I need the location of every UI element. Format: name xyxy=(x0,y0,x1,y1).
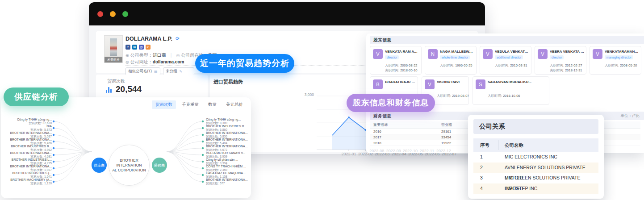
join-date: 入职时间: 1996-05-25 xyxy=(440,63,473,68)
supply-chain-panel: 贸易次数千克重量数量美元总价 Công ty TNHH công ng...贸易… xyxy=(1,97,251,198)
graph-item-trades: 贸易次数: 5,466 xyxy=(1,142,52,145)
graph-list-item[interactable]: Công ty cổ phần sản ...贸易次数: 3,394 xyxy=(206,158,251,165)
graph-list-item[interactable]: N/A贸易次数: 5,873 xyxy=(1,125,52,132)
shareholder-card: VVEERA VENKATA SATYA...director入职时间: 201… xyxy=(535,46,586,75)
graph-item-trades: 贸易次数: 1,541 xyxy=(1,175,52,179)
shareholder-name: VISHNU RAVI xyxy=(437,80,467,84)
graph-list-item[interactable]: BROTHER INTERNATIONA...贸易次数: 1,937 xyxy=(1,165,52,172)
avatar: B xyxy=(373,79,383,89)
shareholder-card: SSADASIVAN MURALIKR...入职时间: 2016-10-06 xyxy=(473,76,549,105)
social-icons-row: fin@✆ xyxy=(125,45,151,50)
graph-item-trades: 贸易次数: 4,672 xyxy=(206,148,251,152)
company-node[interactable]: BROTHER INTERNATIONAL CORPORATION xyxy=(109,145,150,186)
relation-row: 1MIC ELECTRONICS INC xyxy=(473,152,598,162)
graph-item-name: BROTHER MACHINERY (A... xyxy=(1,178,52,182)
join-date: 入职时间: 2015-03-31 xyxy=(495,63,527,68)
tab-千克重量[interactable]: 千克重量 xyxy=(178,100,202,109)
location-icon: ◎ xyxy=(176,53,180,58)
globe-icon: ◍ xyxy=(125,60,129,64)
graph-item-name: VOLTA MOTOR SANAYİ V... xyxy=(206,151,251,155)
x-axis-label: 2022-01 xyxy=(341,152,356,156)
role-badge: director xyxy=(385,55,399,59)
shareholder-callout: 股东信息和财务信息 xyxy=(347,94,435,112)
graph-item-name: CASA DIAZ DE MAQUINA... xyxy=(206,171,251,175)
currency-unit-label: 单位：卢比 xyxy=(621,112,640,120)
graph-item-trades: 贸易次数: 3,394 xyxy=(206,162,251,165)
graph-list-item[interactable]: BROTHER INTERNATIONA...贸易次数: 5,037 xyxy=(1,131,52,138)
graph-list-item[interactable]: BROTHER INTERNATIONA...贸易次数: 577 xyxy=(206,178,251,185)
graph-item-trades: 贸易次数: 3,959 xyxy=(206,155,251,158)
graph-list-item[interactable]: BROTHER MACHINERY (A...贸易次数: 1,120 xyxy=(1,178,52,185)
relation-company-name: AVNI ENERGY SOLUTIONS PRIVATE LIMITED xyxy=(498,162,598,173)
role-badge: director xyxy=(550,55,564,59)
graph-item-name: Công ty cổ phần sản ... xyxy=(206,158,251,162)
minimize-window-button[interactable] xyxy=(110,11,116,17)
graph-item-name: BROTHER INDUSTRIES L... xyxy=(1,158,52,162)
tab-数量[interactable]: 数量 xyxy=(205,100,220,109)
relation-row: 2AVNI ENERGY SOLUTIONS PRIVATE LIMITED xyxy=(473,162,598,173)
graph-list-item[interactable]: BROTHER INTERNATIONA...贸易次数: 4,672 xyxy=(206,145,251,152)
shareholder-name: BHARATIRAJU VEGIRAJU xyxy=(385,80,416,84)
graph-item-name: BROTHER INDUSTRIES R... xyxy=(206,125,251,128)
refresh-icon[interactable]: ⟳ xyxy=(176,36,180,42)
graph-item-trades: 贸易次数: 5,836 xyxy=(206,135,251,138)
graph-list-item[interactable]: BROTHER INDUSTRIES (...贸易次数: 1,541 xyxy=(1,171,52,179)
y-axis-top-label: 3,000 xyxy=(301,92,314,97)
tab-贸易次数[interactable]: 贸易次数 xyxy=(152,100,176,109)
shareholder-name: VEERA VENKATA SATYA... xyxy=(550,50,584,54)
graph-list-item[interactable]: CASA DIAZ DE MAQUINA...贸易次数: 1,158 xyxy=(206,171,251,179)
join-date: 入职时间: 2012-02-27 xyxy=(550,63,582,68)
graph-item-trades: 贸易次数: 5,860 xyxy=(206,128,251,132)
graph-list-item[interactable]: Công ty TNHH công ng...贸易次数: 8,389 xyxy=(206,118,251,125)
graph-item-name: CÔNG TY TRÁCH NHIỆM ... xyxy=(206,165,251,168)
facebook-icon[interactable]: f xyxy=(125,45,130,50)
avatar: N xyxy=(428,49,438,59)
buyer-node[interactable]: 采购商 xyxy=(152,158,167,173)
graph-item-trades: 贸易次数: 2,359 xyxy=(206,168,251,172)
close-window-button[interactable] xyxy=(97,11,103,17)
graph-list-item[interactable]: BROTHER INDUSTRIES L...贸易次数: 4,275 xyxy=(1,158,52,165)
graph-list-item[interactable]: BROTHER INTERNATIONA...贸易次数: 5,466 xyxy=(1,138,52,145)
graph-list-item[interactable]: BROTHER INTERNATIONA...贸易次数: 5,484 xyxy=(206,138,251,145)
join-date: 入职时间: 2006-08-22 xyxy=(385,63,418,68)
graph-list-item[interactable]: Công ty TNHH công ng...贸易次数: 37,678 xyxy=(1,118,52,125)
linkedin-icon[interactable]: in xyxy=(132,45,137,50)
graph-item-name: BROTHER INTERNATIONA... xyxy=(1,165,52,168)
company-website-row: ◍公司网址：dollarama.com xyxy=(125,59,184,65)
graph-list-item[interactable]: BROTHER INTERNATIONA...贸易次数: 4,681 xyxy=(1,151,52,158)
graph-item-trades: 贸易次数: 5,037 xyxy=(1,135,52,138)
phone-icon[interactable]: ✆ xyxy=(146,45,151,50)
join-date: 入职时间: 2019-08-07 xyxy=(437,94,469,98)
bar-chart-icon xyxy=(106,87,113,93)
tab-美元总价[interactable]: 美元总价 xyxy=(222,100,247,109)
shareholder-name: VEDULA VENKATA RAM... xyxy=(495,50,529,54)
related-images-caption: 相关图片(20) xyxy=(105,57,122,62)
graph-item-trades: 贸易次数: 5,484 xyxy=(206,142,251,145)
shareholder-card: VVENKATARAMANA MAG...managing director入职… xyxy=(590,46,641,75)
maximize-window-button[interactable] xyxy=(122,11,128,17)
relations-header-row: 序号 公司名称 xyxy=(473,138,598,152)
browser-titlebar xyxy=(89,2,485,25)
graph-item-name: BROTHER INTERNATIONA... xyxy=(1,138,52,142)
graph-list-item[interactable]: VOLTA MOTOR SANAYİ V...贸易次数: 3,959 xyxy=(206,151,251,158)
graph-item-name: Công ty TNHH công ng... xyxy=(1,118,52,121)
leave-date: 离职时间: 2018-12-31 xyxy=(550,68,582,73)
supply-chain-callout: 供应链分析 xyxy=(4,88,69,106)
product-image[interactable]: 相关图片(20) xyxy=(104,35,123,63)
graph-list-item[interactable]: CÔNG TY TRÁCH NHIỆM ...贸易次数: 2,359 xyxy=(206,165,251,172)
graph-list-item[interactable]: BROTHER INTERNATIONA...贸易次数: 5,836 xyxy=(206,131,251,138)
company-website-value: dollarama.com xyxy=(153,59,184,64)
avatar: V xyxy=(425,79,435,89)
email-icon[interactable]: @ xyxy=(139,45,144,50)
graph-list-item[interactable]: BROTHER INDUSTRIES R...贸易次数: 4,962 xyxy=(1,145,52,152)
relation-row: 4INFOSTEP INC xyxy=(473,183,598,194)
finance-year: 2016 xyxy=(370,129,441,134)
relation-index: 1 xyxy=(473,152,498,162)
graph-item-name: BROTHER INTERNATIONA... xyxy=(206,145,251,148)
avatar: V xyxy=(538,49,548,59)
graph-list-item[interactable]: BROTHER INDUSTRIES R...贸易次数: 5,860 xyxy=(206,125,251,132)
shareholder-name: NAGA MALLESWARA R... xyxy=(440,50,474,54)
graph-item-trades: 贸易次数: 577 xyxy=(206,182,251,185)
supplier-node[interactable]: 供应商 xyxy=(92,158,107,173)
supply-chain-tabs: 贸易次数千克重量数量美元总价 xyxy=(152,100,247,109)
